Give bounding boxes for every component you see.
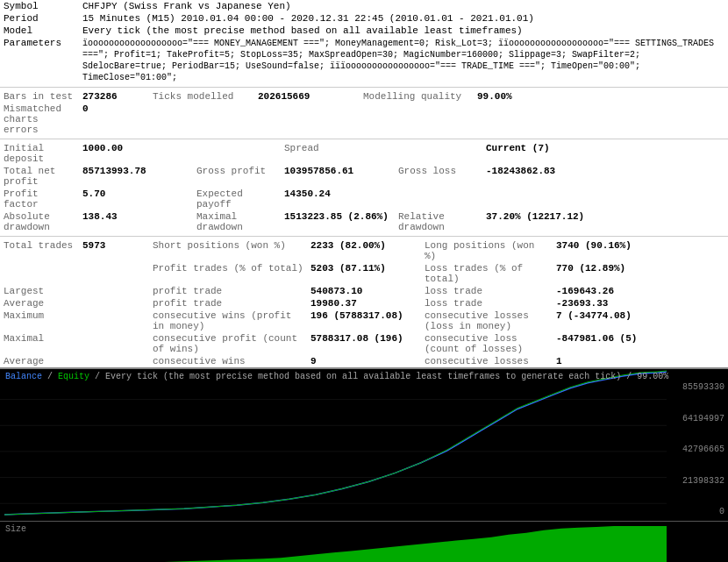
spread-label: Spread <box>281 142 395 165</box>
symbol-row: Symbol CHFJPY (Swiss Frank vs Japanese Y… <box>0 0 728 12</box>
average-consec-losses-value: 1 <box>553 355 728 367</box>
initial-deposit-value: 1000.00 <box>79 142 193 165</box>
largest-loss-label: loss trade <box>421 285 553 297</box>
max-consec-wins-row: Maximum consecutive wins (profit in mone… <box>0 309 728 332</box>
maximal-drawdown-label: Maximal drawdown <box>193 210 281 233</box>
profit-factor-label: Profit factor <box>0 188 79 210</box>
initial-deposit-label: Initial deposit <box>0 142 79 165</box>
gross-profit-value: 103957856.61 <box>281 165 395 188</box>
bars-label: Bars in test <box>0 90 79 103</box>
average-consec-label: Average <box>0 355 79 367</box>
total-trades-label: Total trades <box>0 239 79 262</box>
maximal-label: Maximal <box>0 332 79 355</box>
absolute-drawdown-label: Absolute drawdown <box>0 210 79 233</box>
average-trade-row: Average profit trade 19980.37 loss trade… <box>0 297 728 309</box>
y-label-2: 21398332 <box>682 476 724 486</box>
size-label: Size <box>5 524 26 534</box>
profit-trades-label: Profit trades (% of total) <box>149 262 307 285</box>
loss-trades-value: 770 (12.89%) <box>553 262 728 285</box>
bars-table: Bars in test 273286 Ticks modelled 20261… <box>0 90 728 136</box>
mismatched-row: Mismatched charts errors 0 <box>0 103 728 136</box>
y-label-5: 85593330 <box>682 382 724 392</box>
average-profit-value: 19980.37 <box>307 297 421 309</box>
gross-loss-value: -18243862.83 <box>482 165 728 188</box>
parameters-row: Parameters ïoooooooooooooooooo="=== MONE… <box>0 37 728 84</box>
expected-payoff-value: 14350.24 <box>281 188 395 210</box>
chart-y-labels: 85593330 64194997 42796665 21398332 0 <box>682 382 724 516</box>
spread-value: Current (7) <box>482 142 728 165</box>
size-chart: Size <box>0 521 728 562</box>
bars-value: 273286 <box>79 90 149 103</box>
ticks-value: 202615669 <box>254 90 360 103</box>
model-label: Model <box>0 25 79 37</box>
symbol-label: Symbol <box>0 0 79 12</box>
gross-profit-label: Gross profit <box>193 165 281 188</box>
short-value: 2233 (82.00%) <box>307 239 421 262</box>
period-row: Period 15 Minutes (M15) 2010.01.04 00:00… <box>0 12 728 25</box>
model-value: Every tick (the most precise method base… <box>79 25 728 37</box>
bars-row: Bars in test 273286 Ticks modelled 20261… <box>0 90 728 103</box>
max-consec-wins-sublabel: consecutive wins (profit in money) <box>149 309 307 332</box>
loss-trades-label: Loss trades (% of total) <box>421 262 553 285</box>
period-value: 15 Minutes (M15) 2010.01.04 00:00 - 2020… <box>79 12 728 25</box>
mismatched-label: Mismatched charts errors <box>0 103 79 136</box>
maximal-consec-row: Maximal consecutive profit (count of win… <box>0 332 728 355</box>
largest-profit-value: 540873.10 <box>307 285 421 297</box>
largest-trade-row: Largest profit trade 540873.10 loss trad… <box>0 285 728 297</box>
relative-drawdown-value: 37.20% (12217.12) <box>482 210 728 233</box>
average-loss-label: loss trade <box>421 297 553 309</box>
total-trades-value: 5973 <box>79 239 149 262</box>
maximal-consec-loss-value: -847981.06 (5) <box>553 332 728 355</box>
y-label-4: 64194997 <box>682 414 724 423</box>
profit-factor-row: Profit factor 5.70 Expected payoff 14350… <box>0 188 728 210</box>
average-profit-sublabel: profit trade <box>149 297 307 309</box>
chart-legend: Balance / Equity / Every tick (the most … <box>5 372 668 381</box>
maximum-label: Maximum <box>0 309 79 332</box>
largest-loss-value: -169643.26 <box>553 285 728 297</box>
total-net-profit-row: Total net profit 85713993.78 Gross profi… <box>0 165 728 188</box>
max-consec-losses-label: consecutive losses (loss in money) <box>421 309 553 332</box>
balance-chart-svg <box>0 369 728 521</box>
y-label-1: 0 <box>682 507 724 516</box>
average-consec-losses-label: consecutive losses <box>421 355 553 367</box>
modelling-label: Modelling quality <box>360 90 474 103</box>
maximal-consec-loss-label: consecutive loss (count of losses) <box>421 332 553 355</box>
info-table: Symbol CHFJPY (Swiss Frank vs Japanese Y… <box>0 0 728 84</box>
svg-marker-5 <box>4 526 667 562</box>
expected-payoff-label: Expected payoff <box>193 188 281 210</box>
average-loss-value: -23693.33 <box>553 297 728 309</box>
ticks-label: Ticks modelled <box>149 90 254 103</box>
profit-factor-value: 5.70 <box>79 188 193 210</box>
parameters-value: ïoooooooooooooooooo="=== MONEY_MANAGEMEN… <box>79 37 728 84</box>
average-label: Average <box>0 297 79 309</box>
absolute-drawdown-value: 138.43 <box>79 210 193 233</box>
largest-label: Largest <box>0 285 79 297</box>
profit-trades-row: Profit trades (% of total) 5203 (87.11%)… <box>0 262 728 285</box>
trades-table: Total trades 5973 Short positions (won %… <box>0 239 728 367</box>
modelling-value: 99.00% <box>474 90 728 103</box>
total-trades-row: Total trades 5973 Short positions (won %… <box>0 239 728 262</box>
profit-trades-value: 5203 (87.11%) <box>307 262 421 285</box>
relative-drawdown-label: Relative drawdown <box>395 210 482 233</box>
absolute-drawdown-row: Absolute drawdown 138.43 Maximal drawdow… <box>0 210 728 233</box>
symbol-value: CHFJPY (Swiss Frank vs Japanese Yen) <box>79 0 728 12</box>
mismatched-value: 0 <box>79 103 149 136</box>
average-consec-wins-value: 9 <box>307 355 421 367</box>
parameters-label: Parameters <box>0 37 79 84</box>
maximal-drawdown-value: 1513223.85 (2.86%) <box>281 210 395 233</box>
max-consec-losses-value: 7 (-34774.08) <box>553 309 728 332</box>
max-consec-wins-value: 196 (5788317.08) <box>307 309 421 332</box>
balance-chart: Balance / Equity / Every tick (the most … <box>0 367 728 521</box>
model-row: Model Every tick (the most precise metho… <box>0 25 728 37</box>
initial-deposit-row: Initial deposit 1000.00 Spread Current (… <box>0 142 728 165</box>
gross-loss-label: Gross loss <box>395 165 482 188</box>
total-net-profit-value: 85713993.78 <box>79 165 193 188</box>
maximal-consec-profit-value: 5788317.08 (196) <box>307 332 421 355</box>
largest-profit-sublabel: profit trade <box>149 285 307 297</box>
short-label: Short positions (won %) <box>149 239 307 262</box>
average-consec-wins-sublabel: consecutive wins <box>149 355 307 367</box>
long-value: 3740 (90.16%) <box>553 239 728 262</box>
size-chart-svg <box>0 522 728 562</box>
y-label-3: 42796665 <box>682 445 724 454</box>
financial-table: Initial deposit 1000.00 Spread Current (… <box>0 142 728 233</box>
